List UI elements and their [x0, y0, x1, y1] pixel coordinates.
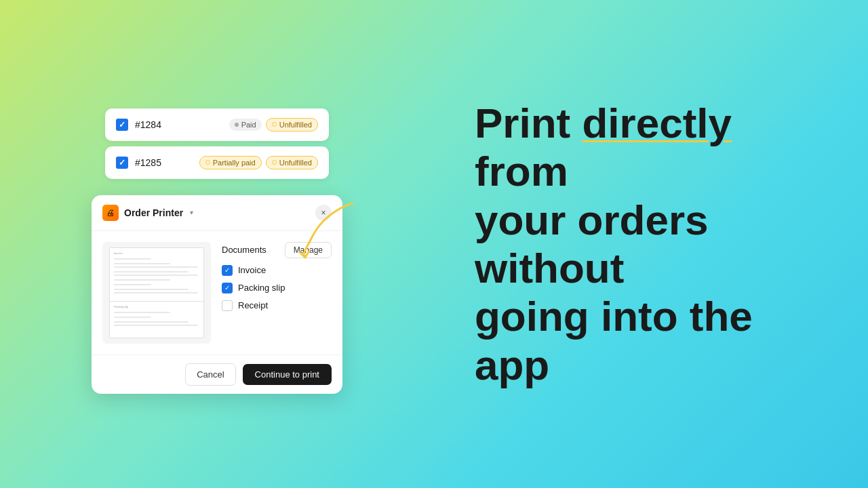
orders-list: #1284 Paid Unfulfilled #1285 Partially p…: [105, 108, 329, 179]
document-item-invoice[interactable]: Invoice: [222, 265, 332, 276]
paid-dot: [235, 123, 239, 127]
invoice-checkbox[interactable]: [222, 265, 233, 276]
arrow-decoration: [292, 197, 373, 264]
fulfillment-badge-1285: Unfulfilled: [266, 156, 318, 169]
fulfillment-badge-1284: Unfulfilled: [266, 118, 318, 131]
packing-slip-checkbox[interactable]: [222, 283, 233, 293]
invoice-label: Invoice: [238, 265, 266, 275]
headline: Print directly from your orders without …: [475, 99, 814, 389]
headline-line1: Print directly from: [475, 100, 732, 195]
order-badges-1284: Paid Unfulfilled: [229, 118, 318, 131]
partial-dot: [205, 160, 210, 165]
order-badges-1285: Partially paid Unfulfilled: [199, 156, 318, 169]
app-icon: 🖨: [102, 205, 119, 221]
order-row-1284[interactable]: #1284 Paid Unfulfilled: [105, 108, 329, 141]
document-item-packing-slip[interactable]: Packing slip: [222, 283, 332, 293]
headline-line2: your orders without: [475, 197, 709, 291]
receipt-label: Receipt: [238, 300, 268, 310]
order-row-1285[interactable]: #1285 Partially paid Unfulfilled: [105, 146, 329, 179]
order-number-1285: #1285: [135, 157, 193, 168]
payment-badge-1284: Paid: [229, 119, 262, 131]
packing-slip-preview: Packing slip: [109, 301, 204, 338]
dialog-title: Order Printer: [124, 207, 183, 218]
unfulfilled-dot-2: [272, 160, 277, 165]
dialog-footer: Cancel Continue to print: [92, 354, 342, 394]
continue-to-print-button[interactable]: Continue to print: [243, 364, 332, 385]
receipt-checkbox[interactable]: [222, 300, 233, 311]
packing-slip-label: Packing slip: [238, 283, 285, 293]
cancel-button[interactable]: Cancel: [185, 363, 235, 386]
dropdown-arrow-icon[interactable]: ▾: [190, 209, 193, 216]
headline-line3: going into the app: [475, 293, 753, 388]
document-item-receipt[interactable]: Receipt: [222, 300, 332, 311]
document-preview: Invoice Packing slip: [102, 242, 211, 344]
unfulfilled-dot-1: [272, 122, 277, 127]
dialog-title-group: 🖨 Order Printer ▾: [102, 205, 193, 221]
order-number-1284: #1284: [135, 119, 222, 130]
payment-badge-1285: Partially paid: [199, 156, 262, 169]
order-checkbox-1284[interactable]: [116, 119, 128, 131]
headline-highlight: directly: [582, 100, 732, 146]
order-checkbox-1285[interactable]: [116, 157, 128, 169]
right-section: Print directly from your orders without …: [434, 0, 868, 488]
